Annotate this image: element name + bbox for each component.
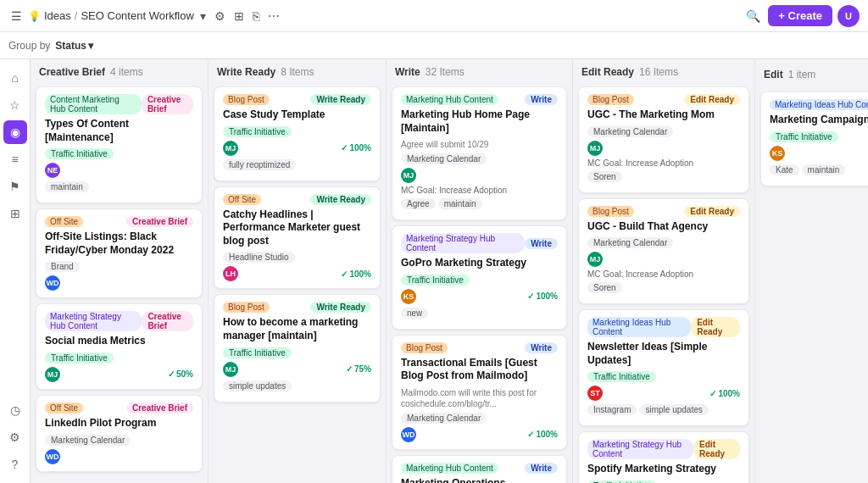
card-subtitle: Agree will submit 10/29 <box>401 139 558 150</box>
sidebar-icon-help[interactable]: ? <box>3 452 27 476</box>
user-avatar[interactable]: U <box>837 5 860 27</box>
card-badge: Traffic Initiative <box>587 371 656 382</box>
card-tag: Blog Post <box>587 206 634 217</box>
card-tag: Off Site <box>223 194 261 205</box>
sidebar-icon-star[interactable]: ☆ <box>3 93 27 117</box>
status-badge: Write Ready <box>310 194 371 205</box>
card-ugc-build-agency[interactable]: Blog Post Edit Ready UGC - Build That Ag… <box>578 198 749 305</box>
card-case-study-template[interactable]: Blog Post Write Ready Case Study Templat… <box>214 86 381 181</box>
card-pill: maintain <box>802 164 846 175</box>
card-catchy-headlines[interactable]: Off Site Write Ready Catchy Headlines | … <box>214 186 381 290</box>
card-pill: fully reoptimized <box>223 159 296 170</box>
breadcrumb: Ideas / SEO Content Workflow <box>44 9 194 22</box>
column-cards-write-ready: Blog Post Write Ready Case Study Templat… <box>209 83 386 483</box>
card-marketing-manager[interactable]: Blog Post Write Ready How to become a ma… <box>214 294 381 402</box>
card-tag: Blog Post <box>401 342 448 353</box>
column-count-edit: 1 item <box>788 69 816 80</box>
column-header-creative-brief: Creative Brief 4 items <box>31 59 208 83</box>
card-title: LinkedIn Pilot Program <box>45 417 193 430</box>
search-icon[interactable]: 🔍 <box>743 7 763 25</box>
status-badge: Write Ready <box>310 94 371 105</box>
card-tag: Blog Post <box>223 94 270 105</box>
chevron-down-icon[interactable]: ▾ <box>198 7 209 25</box>
breadcrumb-icon: 💡 <box>28 10 41 22</box>
mc-goal: MC Goal: Increase Adoption <box>401 186 558 195</box>
sidebar-icon-home[interactable]: ⌂ <box>3 66 27 90</box>
sidebar-icon-grid[interactable]: ⊞ <box>3 202 27 225</box>
status-badge: Edit Ready <box>684 94 740 105</box>
card-marketing-hub-home[interactable]: Marketing Hub Content Write Marketing Hu… <box>392 86 567 220</box>
column-title-creative-brief: Creative Brief <box>39 66 105 78</box>
column-count-write: 32 Items <box>426 66 465 78</box>
card-badge: Marketing Calendar <box>401 413 487 424</box>
card-tag: Off Site <box>45 402 83 414</box>
mc-goal: MC Goal: Increase Adoption <box>587 158 740 168</box>
column-count-edit-ready: 16 Items <box>639 66 678 78</box>
create-button[interactable]: + Create <box>768 5 832 26</box>
card-newsletter-ideas[interactable]: Marketing Ideas Hub Content Edit Ready N… <box>578 309 749 426</box>
card-percent: 100% <box>527 291 558 301</box>
column-header-write-ready: Write Ready 8 Items <box>209 59 386 83</box>
card-types-of-content[interactable]: Content Marketing Hub Content Creative B… <box>36 86 203 203</box>
card-avatar: KS <box>401 289 416 304</box>
card-tag: Marketing Hub Content <box>401 94 498 105</box>
group-chevron-icon: ▾ <box>88 40 93 52</box>
view-icon[interactable]: ⊞ <box>231 7 247 25</box>
card-transactional-emails[interactable]: Blog Post Write Transactional Emails [Gu… <box>392 335 567 450</box>
card-pill: Soren <box>587 171 622 182</box>
menu-icon[interactable]: ☰ <box>8 7 25 25</box>
card-pill: new <box>401 308 428 319</box>
card-badge: Traffic Initiative <box>45 148 114 159</box>
card-pill: Agree <box>401 198 436 209</box>
status-badge: Creative Brief <box>126 402 193 414</box>
card-title: Social media Metrics <box>45 335 193 348</box>
column-title-edit: Edit <box>764 69 783 80</box>
status-badge: Write <box>525 463 558 474</box>
status-badge: Creative Brief <box>126 216 193 227</box>
card-tag: Off Site <box>45 216 83 227</box>
status-badge: Edit Ready <box>691 317 740 337</box>
card-gopro-strategy[interactable]: Marketing Strategy Hub Content Write GoP… <box>392 225 567 330</box>
card-title: UGC - The Marketing Mom <box>587 108 740 122</box>
column-cards-creative-brief: Content Marketing Hub Content Creative B… <box>31 83 208 483</box>
card-ugc-marketing-mom[interactable]: Blog Post Edit Ready UGC - The Marketing… <box>578 86 749 193</box>
card-percent: 100% <box>341 269 371 279</box>
card-percent: 100% <box>709 389 740 398</box>
mc-goal: MC Goal: Increase Adoption <box>587 269 740 279</box>
card-offsite-listings[interactable]: Off Site Creative Brief Off-Site Listing… <box>36 208 203 298</box>
column-title-write-ready: Write Ready <box>217 66 275 78</box>
status-badge: Write Ready <box>310 302 371 313</box>
card-marketing-ops[interactable]: Marketing Hub Content Write Marketing Op… <box>392 455 567 483</box>
card-tag: Content Marketing Hub Content <box>45 94 142 114</box>
card-spotify-strategy[interactable]: Marketing Strategy Hub Content Edit Read… <box>578 431 749 483</box>
card-title: UGC - Build That Agency <box>587 220 740 234</box>
breadcrumb-separator: / <box>75 9 78 22</box>
card-title: Types Of Content [Maintenance] <box>45 118 193 144</box>
card-avatar: WD <box>45 449 60 464</box>
card-tag: Blog Post <box>223 302 270 313</box>
card-social-media-metrics[interactable]: Marketing Strategy Hub Content Creative … <box>36 303 203 390</box>
column-count-write-ready: 8 Items <box>281 66 314 78</box>
sidebar-icon-settings[interactable]: ⚙ <box>3 425 27 449</box>
card-badge: Traffic Initiative <box>223 126 292 137</box>
card-avatar: WD <box>401 427 416 442</box>
sidebar-icon-flag[interactable]: ⚑ <box>3 175 27 198</box>
card-linkedin-pilot[interactable]: Off Site Creative Brief LinkedIn Pilot P… <box>36 395 203 472</box>
column-edit-ready: Edit Ready 16 Items Blog Post Edit Ready… <box>573 59 755 483</box>
card-badge: Brand <box>45 261 80 272</box>
top-bar-left: ☰ 💡 Ideas / SEO Content Workflow ▾ ⚙ ⊞ ⎘… <box>8 7 738 25</box>
card-pill: maintain <box>45 181 89 192</box>
card-badge: Traffic Initiative <box>770 131 838 142</box>
card-title: Marketing Campaign Ideas <box>770 114 868 127</box>
sidebar-icon-dot[interactable]: ◉ <box>3 120 27 144</box>
filter-icon[interactable]: ⚙ <box>212 7 228 25</box>
card-tag: Marketing Strategy Hub Content <box>45 311 142 331</box>
card-marketing-campaign-ideas[interactable]: Marketing Ideas Hub Content Edit Marketi… <box>760 92 868 186</box>
status-badge: Edit Ready <box>693 439 740 459</box>
group-by-value[interactable]: Status ▾ <box>55 40 93 52</box>
share-icon[interactable]: ⎘ <box>250 7 262 25</box>
sidebar-icon-list[interactable]: ≡ <box>3 147 27 171</box>
column-cards-write: Marketing Hub Content Write Marketing Hu… <box>387 83 572 483</box>
sidebar-icon-clock[interactable]: ◷ <box>3 398 27 422</box>
more-icon[interactable]: ⋯ <box>265 7 282 25</box>
